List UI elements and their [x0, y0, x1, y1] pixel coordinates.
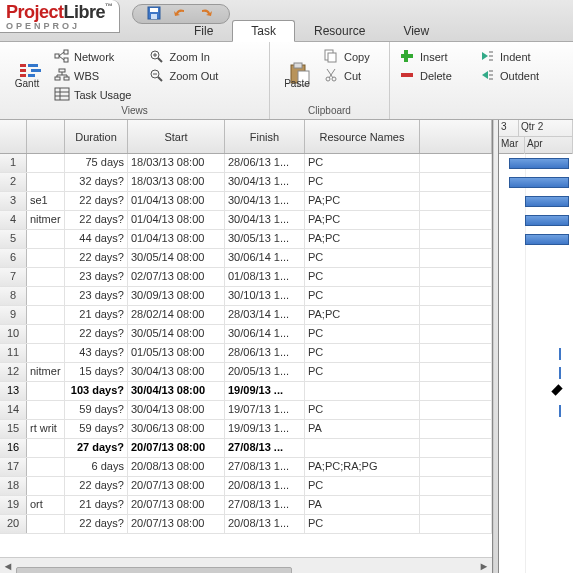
gantt-button[interactable]: Gantt — [6, 46, 48, 104]
cell-resources[interactable]: PA — [305, 420, 420, 438]
cell-duration[interactable]: 59 days? — [65, 401, 128, 419]
cell-finish[interactable]: 27/08/13 1... — [225, 496, 305, 514]
table-row[interactable]: 2022 days?20/07/13 08:0020/08/13 1...PC — [0, 515, 492, 534]
cell-finish[interactable]: 19/09/13 ... — [225, 382, 305, 400]
cell-finish[interactable]: 28/03/14 1... — [225, 306, 305, 324]
cell-start[interactable]: 20/08/13 08:00 — [128, 458, 225, 476]
cell-duration[interactable]: 27 days? — [65, 439, 128, 457]
tab-resource[interactable]: Resource — [295, 20, 384, 42]
cell-resources[interactable]: PC — [305, 268, 420, 286]
cell-name[interactable]: se1 — [27, 192, 65, 210]
cell-blank[interactable] — [420, 420, 492, 438]
row-id[interactable]: 14 — [0, 401, 27, 419]
task-usage-button[interactable]: Task Usage — [50, 86, 135, 103]
cell-name[interactable] — [27, 458, 65, 476]
cell-name[interactable] — [27, 287, 65, 305]
cell-blank[interactable] — [420, 439, 492, 457]
zoom-in-button[interactable]: Zoom In — [145, 48, 222, 65]
gantt-bar[interactable] — [509, 177, 569, 188]
scroll-thumb[interactable] — [16, 567, 292, 574]
cell-blank[interactable] — [420, 477, 492, 495]
cell-blank[interactable] — [420, 192, 492, 210]
cell-blank[interactable] — [420, 401, 492, 419]
cell-blank[interactable] — [420, 211, 492, 229]
cell-start[interactable]: 30/05/14 08:00 — [128, 249, 225, 267]
row-id[interactable]: 8 — [0, 287, 27, 305]
cell-resources[interactable]: PC — [305, 249, 420, 267]
cell-duration[interactable]: 23 days? — [65, 268, 128, 286]
cell-resources[interactable] — [305, 382, 420, 400]
col-header-finish[interactable]: Finish — [225, 120, 305, 153]
cell-finish[interactable]: 30/05/13 1... — [225, 230, 305, 248]
cell-finish[interactable]: 27/08/13 1... — [225, 458, 305, 476]
cut-button[interactable]: Cut — [320, 67, 374, 84]
cell-resources[interactable]: PC — [305, 325, 420, 343]
cell-start[interactable]: 30/04/13 08:00 — [128, 382, 225, 400]
row-id[interactable]: 17 — [0, 458, 27, 476]
col-header-resources[interactable]: Resource Names — [305, 120, 420, 153]
cell-name[interactable]: nitmer — [27, 211, 65, 229]
copy-button[interactable]: Copy — [320, 48, 374, 65]
table-row[interactable]: 823 days?30/09/13 08:0030/10/13 1...PC — [0, 287, 492, 306]
cell-blank[interactable] — [420, 515, 492, 533]
outdent-button[interactable]: Outdent — [476, 67, 543, 84]
cell-blank[interactable] — [420, 287, 492, 305]
cell-name[interactable]: nitmer — [27, 363, 65, 381]
cell-resources[interactable]: PC — [305, 477, 420, 495]
gantt-chart[interactable]: 3 Qtr 2 Mar Apr — [499, 120, 573, 573]
table-row[interactable]: 1143 days?01/05/13 08:0028/06/13 1...PC — [0, 344, 492, 363]
cell-finish[interactable]: 28/06/13 1... — [225, 344, 305, 362]
cell-start[interactable]: 20/07/13 08:00 — [128, 439, 225, 457]
gantt-bar[interactable] — [525, 234, 569, 245]
row-id[interactable]: 15 — [0, 420, 27, 438]
table-row[interactable]: 232 days?18/03/13 08:0030/04/13 1...PC — [0, 173, 492, 192]
cell-finish[interactable]: 30/04/13 1... — [225, 173, 305, 191]
row-id[interactable]: 1 — [0, 154, 27, 172]
cell-duration[interactable]: 22 days? — [65, 477, 128, 495]
cell-resources[interactable]: PA;PC;RA;PG — [305, 458, 420, 476]
cell-finish[interactable]: 30/06/14 1... — [225, 325, 305, 343]
cell-finish[interactable]: 30/04/13 1... — [225, 211, 305, 229]
cell-start[interactable]: 20/07/13 08:00 — [128, 515, 225, 533]
cell-finish[interactable]: 20/05/13 1... — [225, 363, 305, 381]
cell-start[interactable]: 30/04/13 08:00 — [128, 401, 225, 419]
cell-blank[interactable] — [420, 363, 492, 381]
cell-start[interactable]: 20/07/13 08:00 — [128, 496, 225, 514]
col-header-start[interactable]: Start — [128, 120, 225, 153]
cell-resources[interactable]: PC — [305, 173, 420, 191]
cell-finish[interactable]: 19/07/13 1... — [225, 401, 305, 419]
cell-blank[interactable] — [420, 173, 492, 191]
cell-name[interactable] — [27, 325, 65, 343]
row-id[interactable]: 16 — [0, 439, 27, 457]
cell-start[interactable]: 01/04/13 08:00 — [128, 192, 225, 210]
cell-duration[interactable]: 103 days? — [65, 382, 128, 400]
cell-start[interactable]: 01/04/13 08:00 — [128, 230, 225, 248]
gantt-bar[interactable] — [509, 158, 569, 169]
tab-file[interactable]: File — [175, 20, 232, 42]
cell-duration[interactable]: 21 days? — [65, 496, 128, 514]
cell-finish[interactable]: 27/08/13 ... — [225, 439, 305, 457]
gantt-bar[interactable] — [525, 215, 569, 226]
cell-duration[interactable]: 43 days? — [65, 344, 128, 362]
cell-start[interactable]: 20/07/13 08:00 — [128, 477, 225, 495]
table-row[interactable]: 921 days?28/02/14 08:0028/03/14 1...PA;P… — [0, 306, 492, 325]
scroll-left-icon[interactable]: ◄ — [0, 559, 16, 573]
table-row[interactable]: 4nitmer22 days?01/04/13 08:0030/04/13 1.… — [0, 211, 492, 230]
cell-blank[interactable] — [420, 154, 492, 172]
table-row[interactable]: 544 days?01/04/13 08:0030/05/13 1...PA;P… — [0, 230, 492, 249]
row-id[interactable]: 4 — [0, 211, 27, 229]
cell-name[interactable] — [27, 249, 65, 267]
table-row[interactable]: 176 days20/08/13 08:0027/08/13 1...PA;PC… — [0, 458, 492, 477]
col-header-duration[interactable]: Duration — [65, 120, 128, 153]
cell-finish[interactable]: 30/06/14 1... — [225, 249, 305, 267]
cell-resources[interactable]: PA;PC — [305, 211, 420, 229]
cell-start[interactable]: 18/03/13 08:00 — [128, 173, 225, 191]
row-id[interactable]: 20 — [0, 515, 27, 533]
row-id[interactable]: 13 — [0, 382, 27, 400]
cell-name[interactable] — [27, 230, 65, 248]
row-id[interactable]: 12 — [0, 363, 27, 381]
cell-name[interactable] — [27, 477, 65, 495]
cell-resources[interactable]: PC — [305, 363, 420, 381]
cell-finish[interactable]: 30/04/13 1... — [225, 192, 305, 210]
row-id[interactable]: 11 — [0, 344, 27, 362]
